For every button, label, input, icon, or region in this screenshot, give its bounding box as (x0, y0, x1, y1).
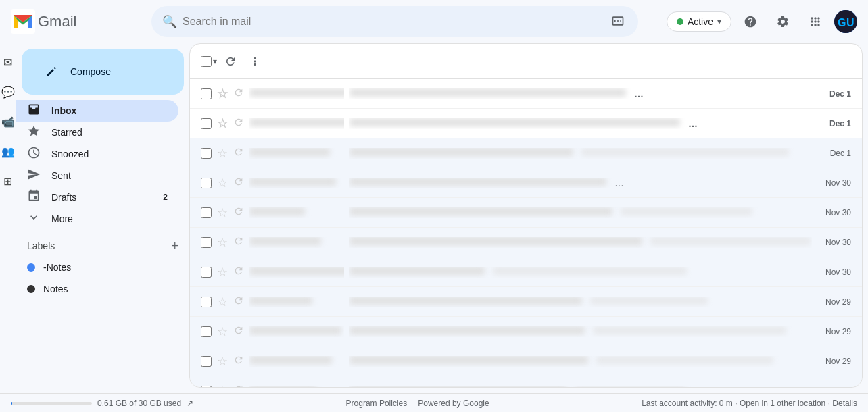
label-dot-blue (27, 263, 35, 272)
details-link[interactable]: Details (832, 398, 857, 408)
apps-button[interactable] (802, 8, 829, 35)
snooze-icon[interactable] (233, 295, 244, 309)
row-date: Dec 1 (817, 149, 851, 158)
star-icon[interactable]: ☆ (217, 354, 228, 369)
row-checkbox[interactable] (201, 207, 212, 218)
select-all-checkbox[interactable] (201, 56, 212, 67)
snooze-icon[interactable] (233, 384, 244, 388)
email-row[interactable]: ☆ Nov 30 (190, 168, 862, 198)
settings-button[interactable] (769, 8, 796, 35)
email-row[interactable]: ☆ Nov 29 (190, 317, 862, 346)
star-icon[interactable]: ☆ (217, 294, 228, 309)
select-all-area[interactable]: ▾ (201, 56, 217, 67)
row-content (349, 237, 812, 248)
row-checkbox[interactable] (201, 386, 212, 388)
sidebar-icon-mail[interactable]: ✉ (0, 49, 16, 76)
search-bar[interactable]: 🔍 (151, 6, 638, 37)
star-icon[interactable]: ☆ (217, 235, 228, 250)
policy-link[interactable]: Program Policies (346, 398, 408, 408)
gmail-logo: Gmail (11, 9, 146, 34)
star-icon[interactable]: ☆ (217, 116, 228, 131)
compose-button[interactable]: Compose (22, 49, 184, 95)
avatar[interactable]: G U (834, 10, 857, 33)
row-content (349, 88, 812, 99)
help-button[interactable] (737, 8, 764, 35)
sidebar-icon-spaces[interactable]: ⊞ (0, 168, 16, 195)
email-row[interactable]: ☆ Dec 1 (190, 138, 862, 168)
row-checkbox[interactable] (201, 297, 212, 307)
row-checkbox[interactable] (201, 267, 212, 278)
row-checkbox[interactable] (201, 118, 212, 129)
icon-sidebar: ✉ 💬 📹 👥 ⊞ (0, 43, 16, 393)
star-icon[interactable]: ☆ (217, 265, 228, 280)
row-sender (249, 118, 344, 129)
row-content (349, 118, 812, 129)
active-label: Active (688, 16, 713, 27)
row-checkbox[interactable] (201, 237, 212, 248)
gmail-logo-icon (11, 9, 35, 34)
email-row[interactable]: ☆ Nov 30 (190, 198, 862, 228)
drafts-icon (27, 189, 41, 206)
sidebar-item-drafts[interactable]: Drafts 2 (16, 186, 178, 208)
compose-label: Compose (70, 66, 111, 77)
inbox-icon (27, 103, 41, 120)
snooze-icon[interactable] (233, 147, 244, 160)
email-toolbar: ▾ (190, 44, 862, 79)
label-name-notes: Notes (43, 284, 68, 294)
search-input[interactable] (183, 16, 603, 28)
starred-icon (27, 124, 41, 141)
star-icon[interactable]: ☆ (217, 384, 228, 388)
label-item-notes-blue[interactable]: -Notes (16, 257, 178, 278)
sidebar-item-snoozed[interactable]: Snoozed (16, 143, 178, 165)
snooze-icon[interactable] (233, 176, 244, 190)
email-row[interactable]: ☆ Nov 29 (190, 287, 862, 317)
star-icon[interactable]: ☆ (217, 146, 228, 161)
row-date: Dec 1 (817, 119, 851, 128)
star-icon[interactable]: ☆ (217, 176, 228, 190)
row-date: Nov 30 (817, 267, 851, 277)
snooze-icon[interactable] (233, 236, 244, 249)
row-date: Nov 29 (817, 357, 851, 366)
snooze-icon[interactable] (233, 355, 244, 368)
refresh-button[interactable] (220, 51, 241, 72)
row-checkbox[interactable] (201, 88, 212, 99)
row-checkbox[interactable] (201, 178, 212, 188)
sidebar-icon-chat[interactable]: 💬 (0, 78, 16, 105)
snooze-icon[interactable] (233, 206, 244, 220)
sidebar-icon-contacts[interactable]: 👥 (0, 138, 16, 165)
add-label-button[interactable]: + (171, 239, 178, 253)
row-checkbox[interactable] (201, 326, 212, 337)
sidebar-item-inbox[interactable]: Inbox (16, 100, 178, 122)
row-checkbox[interactable] (201, 356, 212, 367)
row-date: Nov 30 (817, 178, 851, 188)
open-in-other: Open in 1 other location · (740, 398, 830, 408)
snooze-icon[interactable] (233, 117, 244, 130)
email-row[interactable]: ☆ Nov 29 (190, 346, 862, 376)
snooze-icon[interactable] (233, 265, 244, 279)
email-row[interactable]: ☆ Nov 30 (190, 257, 862, 287)
email-row[interactable]: ☆ Nov 29 (190, 376, 862, 387)
star-icon[interactable]: ☆ (217, 324, 228, 339)
email-content: ▾ ☆ Dec 1 ☆ (189, 43, 863, 388)
sidebar-item-starred[interactable]: Starred (16, 122, 178, 143)
snooze-icon[interactable] (233, 325, 244, 338)
sidebar-item-sent[interactable]: Sent (16, 165, 178, 186)
row-sender (249, 297, 344, 307)
star-icon[interactable]: ☆ (217, 205, 228, 220)
star-icon[interactable]: ☆ (217, 86, 228, 101)
manage-storage-icon[interactable]: ↗ (187, 398, 193, 408)
labels-section: Labels + -Notes Notes (16, 230, 189, 305)
snooze-icon[interactable] (233, 87, 244, 101)
sidebar-icon-meet[interactable]: 📹 (0, 108, 16, 135)
label-item-notes[interactable]: Notes (16, 278, 178, 300)
search-options-icon[interactable] (608, 11, 627, 32)
email-row[interactable]: ☆ Nov 30 (190, 228, 862, 257)
sidebar-item-more[interactable]: More (16, 208, 178, 230)
select-all-chevron[interactable]: ▾ (213, 57, 217, 66)
more-options-button[interactable] (244, 51, 266, 72)
active-status-badge[interactable]: Active ▾ (667, 11, 731, 32)
email-row[interactable]: ☆ Dec 1 (190, 79, 862, 109)
row-checkbox[interactable] (201, 148, 212, 159)
email-row[interactable]: ☆ Dec 1 (190, 109, 862, 138)
more-icon (27, 211, 41, 228)
